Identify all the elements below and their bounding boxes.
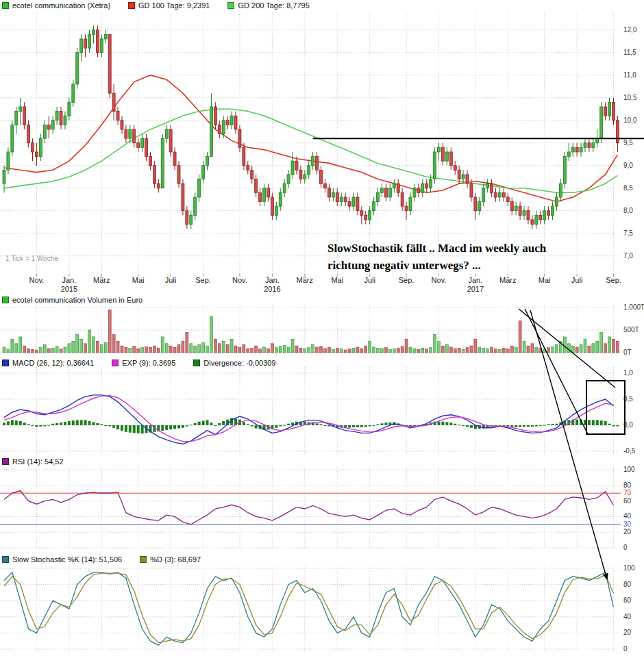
svg-text:40: 40 <box>623 613 632 620</box>
svg-text:80: 80 <box>623 581 632 588</box>
legend-item-volume: ecotel communication Volumen in Euro <box>2 296 143 304</box>
svg-text:500T: 500T <box>623 326 639 333</box>
legend-item-macd: MACD (26, 12): 0,36641 <box>2 359 94 367</box>
svg-text:11,5: 11,5 <box>623 49 636 56</box>
macd-swatch <box>2 359 9 366</box>
svg-text:11,0: 11,0 <box>623 71 636 79</box>
svg-text:8,0: 8,0 <box>623 207 633 214</box>
legend-item-gd100: GD 100 Tage: 9,2391 <box>128 1 210 10</box>
svg-text:Sep.: Sep. <box>399 276 414 284</box>
svg-text:70: 70 <box>623 489 632 496</box>
stoch-d-swatch <box>140 556 147 563</box>
svg-text:0: 0 <box>623 544 628 551</box>
svg-text:20: 20 <box>623 528 632 535</box>
svg-text:Jan.: Jan. <box>62 276 76 284</box>
annotation-line-1: SlowStochastik fällt .. Macd im weekly a… <box>327 240 546 257</box>
svg-text:9,0: 9,0 <box>623 162 633 169</box>
legend-item-exp: EXP (9): 0,3695 <box>112 359 175 367</box>
svg-text:Nov.: Nov. <box>432 276 447 284</box>
svg-text:1,0: 1,0 <box>623 369 633 377</box>
gd100-label: GD 100 Tage: 9,2391 <box>138 1 210 10</box>
svg-text:40: 40 <box>623 512 632 520</box>
svg-text:100: 100 <box>623 564 635 572</box>
series-swatch <box>2 2 9 9</box>
svg-text:20: 20 <box>623 629 632 636</box>
annotation-line-2: richtung negativ unterwegs? ... <box>327 257 546 275</box>
svg-text:1.000T: 1.000T <box>623 303 644 311</box>
svg-text:Nov.: Nov. <box>29 276 45 284</box>
svg-text:Sep.: Sep. <box>195 276 211 284</box>
legend-item-stoch-k: Slow Stochastic %K (14): 51,506 <box>2 555 122 564</box>
series-label: ecotel communication (Xetra) <box>12 1 110 10</box>
svg-text:60: 60 <box>623 596 632 604</box>
svg-text:60: 60 <box>623 497 632 505</box>
legend-item-gd200: GD 200 Tage: 8,7795 <box>227 1 309 10</box>
svg-text:Nov.: Nov. <box>232 276 247 284</box>
svg-text:80: 80 <box>623 481 632 489</box>
svg-text:30: 30 <box>623 520 632 528</box>
svg-text:2017: 2017 <box>467 285 484 293</box>
exp-swatch <box>112 359 119 366</box>
svg-text:8,5: 8,5 <box>623 184 633 192</box>
tick-note: 1 Tick = 1 Woche <box>5 255 58 262</box>
legend-item-series: ecotel communication (Xetra) <box>2 1 110 10</box>
svg-text:Juli: Juli <box>571 276 583 284</box>
macd-legend: MACD (26, 12): 0,36641 EXP (9): 0,3695 D… <box>2 359 294 367</box>
svg-text:März: März <box>297 276 313 284</box>
divergence-label: Divergence: -0,00309 <box>203 359 275 367</box>
svg-text:0: 0 <box>623 645 628 653</box>
stochastic-legend: Slow Stochastic %K (14): 51,506 %D (3): … <box>2 555 219 564</box>
svg-text:0T: 0T <box>623 349 632 356</box>
svg-text:100: 100 <box>623 466 635 473</box>
price-legend: ecotel communication (Xetra) GD 100 Tage… <box>2 1 327 10</box>
macd-label: MACD (26, 12): 0,36641 <box>12 359 94 367</box>
volume-swatch <box>2 297 9 303</box>
rsi-swatch <box>2 458 9 465</box>
stoch-d-label: %D (3): 68,697 <box>150 555 201 564</box>
gd100-swatch <box>128 2 135 9</box>
stoch-k-swatch <box>2 556 9 563</box>
svg-text:7,0: 7,0 <box>623 252 633 260</box>
svg-text:-0,5: -0,5 <box>623 447 636 455</box>
svg-text:Sep.: Sep. <box>606 276 621 284</box>
exp-label: EXP (9): 0,3695 <box>122 359 175 367</box>
rsi-legend: RSI (14): 54,52 <box>2 457 82 466</box>
legend-item-rsi: RSI (14): 54,52 <box>2 457 64 466</box>
svg-text:7,5: 7,5 <box>623 229 633 237</box>
svg-text:12,0: 12,0 <box>623 26 637 34</box>
svg-text:10,0: 10,0 <box>623 116 637 124</box>
stock-chart-page: 12,011,511,010,510,09,59,08,58,07,57,01.… <box>0 0 644 656</box>
legend-item-stoch-d: %D (3): 68,697 <box>140 555 201 564</box>
handwritten-annotation: SlowStochastik fällt .. Macd im weekly a… <box>327 240 546 274</box>
stoch-k-label: Slow Stochastic %K (14): 51,506 <box>12 555 122 564</box>
gd200-label: GD 200 Tage: 8,7795 <box>238 1 309 10</box>
svg-text:2016: 2016 <box>264 285 280 293</box>
volume-legend: ecotel communication Volumen in Euro <box>2 296 160 304</box>
gd200-swatch <box>227 2 234 9</box>
svg-text:Juli: Juli <box>364 276 375 284</box>
svg-text:Juli: Juli <box>165 276 177 284</box>
rsi-label: RSI (14): 54,52 <box>12 457 64 466</box>
svg-text:10,5: 10,5 <box>623 94 637 101</box>
svg-text:Mai: Mai <box>132 276 145 284</box>
svg-text:Mai: Mai <box>538 276 551 284</box>
divergence-swatch <box>193 359 200 366</box>
svg-text:März: März <box>93 276 110 284</box>
svg-text:Mai: Mai <box>331 276 343 284</box>
legend-item-divergence: Divergence: -0,00309 <box>193 359 275 367</box>
svg-text:2015: 2015 <box>61 285 77 293</box>
svg-text:Jan.: Jan. <box>468 276 482 284</box>
volume-label: ecotel communication Volumen in Euro <box>12 296 143 304</box>
svg-text:Jan.: Jan. <box>265 276 280 284</box>
svg-text:März: März <box>499 276 516 284</box>
svg-text:9,5: 9,5 <box>623 139 633 147</box>
